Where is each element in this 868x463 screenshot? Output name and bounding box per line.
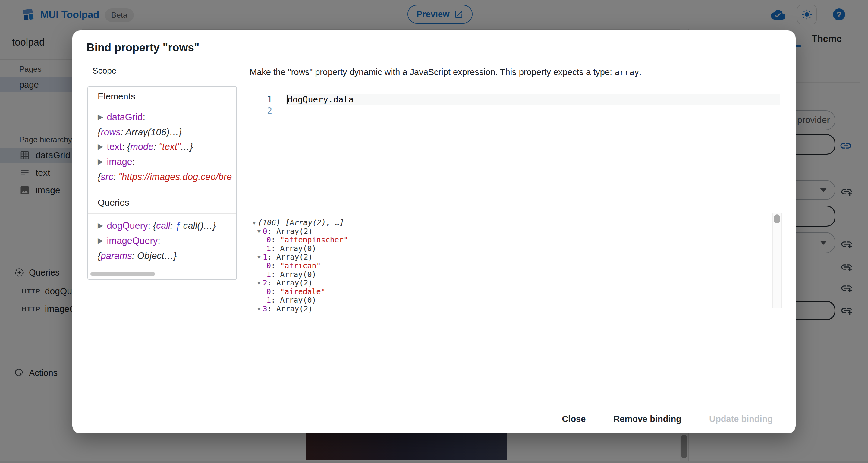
tree-text: mode (130, 142, 154, 152)
description-period: . (639, 67, 641, 77)
preview-tree-text: : Array(0) (271, 244, 316, 253)
line-number: 1 (250, 94, 272, 105)
tree-text: : (158, 236, 160, 246)
tree-text: : Object…} (132, 250, 177, 261)
scope-queries-header: Queries (88, 191, 236, 214)
tree-text: { (98, 250, 101, 261)
preview-tree-text: 1 (267, 296, 271, 304)
preview-tree-row[interactable]: ▼(106) [Array(2), …] (250, 219, 772, 227)
preview-tree-row[interactable]: ▼2: Array(2) (250, 279, 772, 287)
collapse-arrow-icon[interactable]: ▼ (257, 279, 261, 287)
tree-text: dataGrid (107, 112, 143, 122)
scope-tree-line[interactable]: ▶dogQuery: {call: ƒ call()…} (98, 219, 236, 234)
preview-tree-row[interactable]: 0: "african" (250, 261, 772, 270)
dialog-actions: Close Remove binding Update binding (553, 408, 782, 430)
expand-arrow-icon[interactable]: ▶ (98, 218, 103, 233)
preview-tree-row[interactable]: 0: "affenpinscher" (250, 236, 772, 244)
line-number: 2 (250, 105, 272, 116)
tree-text: src (101, 172, 113, 182)
preview-tree-text: 1 (267, 270, 271, 279)
scope-tree-line[interactable]: ▶imageQuery: (98, 234, 236, 249)
toolpad-app: MUI Toolpad Beta Preview ? toolpad Pages… (0, 0, 868, 463)
text-cursor (287, 95, 288, 104)
editor-code[interactable] (286, 105, 780, 116)
update-binding-button[interactable]: Update binding (700, 410, 782, 428)
scope-tree-line[interactable]: {src: "https://images.dog.ceo/bre (98, 170, 236, 184)
scope-tree-line[interactable]: ▶dataGrid: (98, 110, 236, 125)
scope-label: Scope (93, 66, 116, 76)
preview-tree-text: 0 (267, 261, 271, 270)
scope-horizontal-scrollbar-thumb[interactable] (90, 273, 155, 276)
tree-text: call()…} (183, 220, 216, 231)
bind-property-dialog: Bind property "rows" Scope Elements ▶dat… (72, 30, 796, 433)
remove-binding-button[interactable]: Remove binding (604, 410, 690, 428)
tree-text: : (148, 220, 153, 231)
collapse-arrow-icon[interactable]: ▼ (257, 227, 261, 236)
preview-tree-text: : Array(2) (267, 227, 313, 236)
tree-text: : (113, 172, 119, 182)
scope-tree-line[interactable]: {rows: Array(106)…} (98, 125, 236, 140)
preview-tree-text: : Array(2) (267, 279, 313, 287)
preview-tree-text: "affenpinscher" (280, 236, 348, 244)
preview-tree-row[interactable]: 1: Array(0) (250, 244, 772, 253)
preview-tree-text: 3 (263, 304, 267, 313)
tree-text: …} (181, 142, 193, 152)
collapse-arrow-icon[interactable]: ▼ (253, 219, 256, 227)
preview-tree-text: : (271, 236, 280, 244)
editor-line[interactable]: 1dogQuery.data (250, 94, 780, 105)
preview-tree-text: : Array(0) (271, 296, 316, 304)
expand-arrow-icon[interactable]: ▶ (98, 110, 103, 124)
preview-tree-row[interactable]: ▼1: Array(2) (250, 253, 772, 261)
tree-text: { (98, 172, 101, 182)
scope-tree-line[interactable]: ▶image: (98, 155, 236, 170)
tree-text: { (153, 220, 156, 231)
expand-arrow-icon[interactable]: ▶ (98, 154, 103, 169)
dialog-description: Make the "rows" property dynamic with a … (250, 67, 642, 77)
tree-text: ƒ (176, 220, 183, 231)
editor-line[interactable]: 2 (250, 105, 780, 116)
preview-tree-text: 0 (267, 287, 271, 296)
preview-tree-row[interactable]: ▼3: Array(2) (250, 305, 772, 313)
tree-text: dogQuery (107, 220, 148, 231)
preview-tree-text: 2 (263, 279, 267, 287)
scope-queries-tree: ▶dogQuery: {call: ƒ call()…}▶imageQuery:… (88, 214, 236, 274)
collapse-arrow-icon[interactable]: ▼ (257, 253, 261, 261)
preview-tree-row[interactable]: ▼0: Array(2) (250, 227, 772, 236)
tree-text: rows (101, 127, 120, 137)
preview-scrollbar[interactable] (772, 213, 781, 308)
tree-text: : Array(106)…} (121, 127, 182, 137)
preview-tree-text: : (271, 261, 280, 270)
scope-tree-line[interactable]: {params: Object…} (98, 249, 236, 263)
editor-gutter-gap (272, 105, 286, 116)
close-button[interactable]: Close (553, 410, 595, 428)
preview-tree-text: "african" (280, 261, 321, 270)
tree-text: text (107, 142, 122, 152)
collapse-arrow-icon[interactable]: ▼ (257, 305, 261, 313)
tree-text: { (127, 142, 130, 152)
expand-arrow-icon[interactable]: ▶ (98, 233, 103, 248)
expand-arrow-icon[interactable]: ▶ (98, 139, 103, 154)
scope-tree-line[interactable]: ▶text: {mode: "text"…} (98, 140, 236, 155)
preview-tree-row[interactable]: 1: Array(0) (250, 270, 772, 279)
js-expression-editor[interactable]: 1dogQuery.data2 (250, 92, 780, 182)
tree-text: call (156, 220, 170, 231)
dialog-title: Bind property "rows" (87, 41, 199, 54)
editor-gutter-gap (272, 94, 286, 105)
elements-tree: ▶dataGrid:{rows: Array(106)…}▶text: {mod… (88, 106, 236, 191)
preview-tree-text: "airedale" (280, 287, 326, 296)
expected-type: array (615, 67, 639, 77)
preview-tree-text: (106) [Array(2), …] (258, 218, 344, 227)
preview-tree-text: 1 (263, 253, 267, 261)
preview-tree-text: 0 (263, 227, 267, 236)
editor-code[interactable]: dogQuery.data (286, 94, 780, 105)
preview-tree-text: : (271, 287, 280, 296)
preview-tree-row[interactable]: 1: Array(0) (250, 296, 772, 305)
tree-text: params (101, 250, 132, 261)
preview-scrollbar-thumb[interactable] (774, 214, 780, 223)
preview-tree-row[interactable]: 0: "airedale" (250, 287, 772, 296)
result-preview-tree: ▼(106) [Array(2), …]▼0: Array(2)0: "affe… (250, 215, 772, 313)
elements-header: Elements (88, 87, 236, 106)
preview-tree-text: 0 (267, 236, 271, 244)
preview-tree-text: 1 (267, 244, 271, 253)
tree-text: "text" (159, 142, 181, 152)
